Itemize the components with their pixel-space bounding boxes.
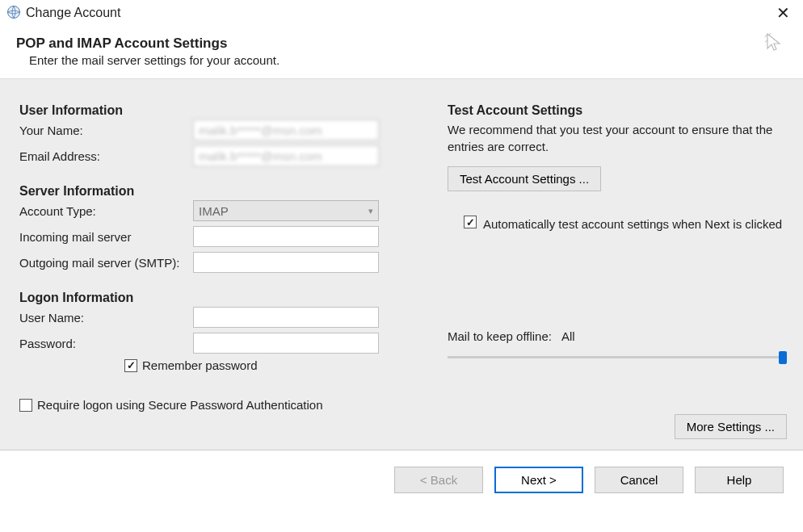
your-name-input[interactable] <box>193 119 379 140</box>
account-type-label: Account Type: <box>19 204 193 218</box>
content-area: User Information Your Name: Email Addres… <box>0 78 803 450</box>
titlebar: Change Account ✕ <box>0 0 803 26</box>
password-label: Password: <box>19 337 193 350</box>
incoming-server-input[interactable] <box>193 226 379 247</box>
close-button[interactable]: ✕ <box>771 5 795 21</box>
offline-slider[interactable] <box>448 350 787 366</box>
account-type-value: IMAP <box>199 204 229 218</box>
back-button[interactable]: < Back <box>394 467 483 493</box>
cancel-button[interactable]: Cancel <box>595 467 683 493</box>
dialog-footer: < Back Next > Cancel Help <box>0 450 803 509</box>
outgoing-server-input[interactable] <box>193 252 379 273</box>
offline-value: All <box>561 329 575 343</box>
svg-point-0 <box>8 6 20 18</box>
remember-password-label: Remember password <box>142 358 258 372</box>
auto-test-label: Automatically test account settings when… <box>483 216 782 232</box>
more-settings-button[interactable]: More Settings ... <box>675 414 787 439</box>
username-input[interactable] <box>193 307 379 328</box>
header-title: POP and IMAP Account Settings <box>16 36 280 52</box>
remember-password-checkbox[interactable] <box>124 359 137 372</box>
test-settings-heading: Test Account Settings <box>448 103 787 118</box>
dialog-header: POP and IMAP Account Settings Enter the … <box>0 26 803 78</box>
spa-checkbox[interactable] <box>19 399 32 412</box>
password-input[interactable] <box>193 333 379 354</box>
spa-label: Require logon using Secure Password Auth… <box>37 398 323 412</box>
cursor-icon <box>764 32 784 57</box>
username-label: User Name: <box>19 311 193 325</box>
offline-label: Mail to keep offline: <box>448 329 552 343</box>
email-input[interactable] <box>193 145 379 166</box>
test-settings-desc: We recommend that you test your account … <box>448 121 787 155</box>
logon-info-heading: Logon Information <box>19 291 399 305</box>
your-name-label: Your Name: <box>19 124 193 137</box>
help-button[interactable]: Help <box>695 467 784 493</box>
server-info-heading: Server Information <box>19 184 399 199</box>
window-title: Change Account <box>26 6 120 20</box>
slider-track <box>448 356 787 358</box>
next-button[interactable]: Next > <box>494 467 583 493</box>
slider-thumb[interactable] <box>779 351 787 364</box>
app-icon <box>6 5 21 22</box>
user-info-heading: User Information <box>19 103 399 118</box>
outgoing-server-label: Outgoing mail server (SMTP): <box>19 256 193 270</box>
auto-test-checkbox[interactable] <box>464 216 477 228</box>
header-subtitle: Enter the mail server settings for your … <box>29 53 280 67</box>
right-column: Test Account Settings We recommend that … <box>448 103 787 434</box>
incoming-server-label: Incoming mail server <box>19 230 193 244</box>
left-column: User Information Your Name: Email Addres… <box>19 103 399 434</box>
test-account-button[interactable]: Test Account Settings ... <box>448 166 601 191</box>
email-label: Email Address: <box>19 149 193 163</box>
account-type-select[interactable]: IMAP ▾ <box>193 200 379 221</box>
chevron-down-icon: ▾ <box>368 206 373 216</box>
